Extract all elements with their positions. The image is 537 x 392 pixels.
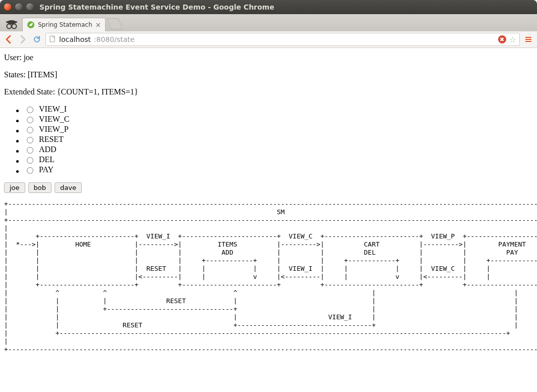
event-radio-input[interactable] bbox=[27, 137, 33, 143]
event-radio-label[interactable]: PAY bbox=[24, 165, 533, 174]
event-radio-text: DEL bbox=[39, 155, 55, 164]
svg-point-3 bbox=[12, 24, 17, 29]
blocked-content-icon[interactable]: ✖ bbox=[498, 35, 506, 43]
states-label: States: bbox=[4, 70, 28, 79]
extended-state-line: Extended State: {COUNT=1, ITEMS=1} bbox=[4, 87, 533, 96]
event-radio-text: VIEW_C bbox=[39, 115, 69, 124]
browser-tab[interactable]: Spring Statemach × bbox=[22, 18, 106, 31]
event-radio-text: RESET bbox=[39, 135, 64, 144]
event-radio-item: DEL bbox=[24, 155, 533, 164]
user-label: User: bbox=[4, 53, 24, 62]
tab-strip: Spring Statemach × bbox=[0, 14, 537, 31]
event-radio-text: VIEW_I bbox=[39, 105, 67, 114]
user-button-bob[interactable]: bob bbox=[28, 182, 52, 193]
states-line: States: [ITEMS] bbox=[4, 70, 533, 79]
event-radio-text: ADD bbox=[39, 145, 57, 154]
ext-state-value: {COUNT=1, ITEMS=1} bbox=[57, 87, 138, 96]
event-radio-label[interactable]: ADD bbox=[24, 145, 533, 154]
svg-rect-8 bbox=[525, 39, 531, 40]
event-radio-list: VIEW_IVIEW_CVIEW_PRESETADDDELPAY bbox=[4, 105, 533, 174]
tab-favicon-spring-icon bbox=[27, 21, 35, 29]
svg-rect-9 bbox=[525, 41, 531, 42]
address-bar[interactable]: localhost:8080/state ✖ ☆ bbox=[45, 33, 520, 46]
user-button-dave[interactable]: dave bbox=[55, 182, 82, 193]
svg-rect-7 bbox=[525, 37, 531, 38]
address-port-path: :8080/state bbox=[94, 35, 135, 43]
window-title: Spring Statemachine Event Service Demo -… bbox=[36, 3, 533, 11]
browser-toolbar: localhost:8080/state ✖ ☆ bbox=[0, 31, 537, 48]
user-line: User: joe bbox=[4, 53, 533, 62]
window-controls bbox=[4, 4, 33, 11]
event-radio-label[interactable]: DEL bbox=[24, 155, 533, 164]
event-radio-label[interactable]: VIEW_P bbox=[24, 125, 533, 134]
window-minimize-button[interactable] bbox=[15, 4, 22, 11]
new-tab-button[interactable] bbox=[107, 18, 123, 29]
user-button-joe[interactable]: joe bbox=[4, 182, 25, 193]
page-content: User: joe States: [ITEMS] Extended State… bbox=[0, 48, 537, 392]
address-host: localhost bbox=[59, 35, 91, 43]
event-radio-input[interactable] bbox=[27, 157, 33, 164]
event-radio-text: PAY bbox=[39, 165, 54, 174]
event-radio-item: VIEW_C bbox=[24, 115, 533, 124]
event-radio-item: VIEW_I bbox=[24, 105, 533, 114]
svg-rect-6 bbox=[50, 36, 55, 42]
event-radio-label[interactable]: VIEW_I bbox=[24, 105, 533, 114]
ext-state-label: Extended State: bbox=[4, 87, 57, 96]
chrome-menu-button[interactable] bbox=[523, 34, 534, 45]
statemachine-ascii-diagram: +---------------------------------------… bbox=[4, 200, 533, 354]
svg-rect-1 bbox=[6, 21, 17, 23]
reload-button[interactable] bbox=[31, 34, 42, 45]
incognito-icon bbox=[3, 17, 20, 31]
event-radio-item: VIEW_P bbox=[24, 125, 533, 134]
event-radio-input[interactable] bbox=[27, 147, 33, 154]
event-radio-input[interactable] bbox=[27, 117, 33, 123]
window-close-button[interactable] bbox=[4, 4, 11, 11]
user-value: joe bbox=[24, 53, 34, 62]
tab-title: Spring Statemach bbox=[38, 21, 92, 28]
event-radio-label[interactable]: RESET bbox=[24, 135, 533, 144]
event-radio-label[interactable]: VIEW_C bbox=[24, 115, 533, 124]
event-radio-item: RESET bbox=[24, 135, 533, 144]
tab-close-icon[interactable]: × bbox=[95, 21, 102, 28]
event-radio-input[interactable] bbox=[27, 127, 33, 133]
event-radio-item: ADD bbox=[24, 145, 533, 154]
event-radio-input[interactable] bbox=[27, 107, 33, 113]
event-radio-input[interactable] bbox=[27, 167, 33, 174]
window-title-bar: Spring Statemachine Event Service Demo -… bbox=[0, 0, 537, 14]
forward-button[interactable] bbox=[17, 34, 28, 45]
svg-point-2 bbox=[7, 24, 12, 29]
bookmark-star-icon[interactable]: ☆ bbox=[509, 35, 516, 44]
page-icon bbox=[49, 35, 56, 44]
event-radio-text: VIEW_P bbox=[39, 125, 69, 134]
back-button[interactable] bbox=[3, 34, 14, 45]
event-radio-item: PAY bbox=[24, 165, 533, 174]
window-maximize-button[interactable] bbox=[26, 4, 33, 11]
user-buttons: joebobdave bbox=[4, 182, 533, 193]
states-value: [ITEMS] bbox=[28, 70, 58, 79]
browser-window: Spring Statemachine Event Service Demo -… bbox=[0, 0, 537, 392]
